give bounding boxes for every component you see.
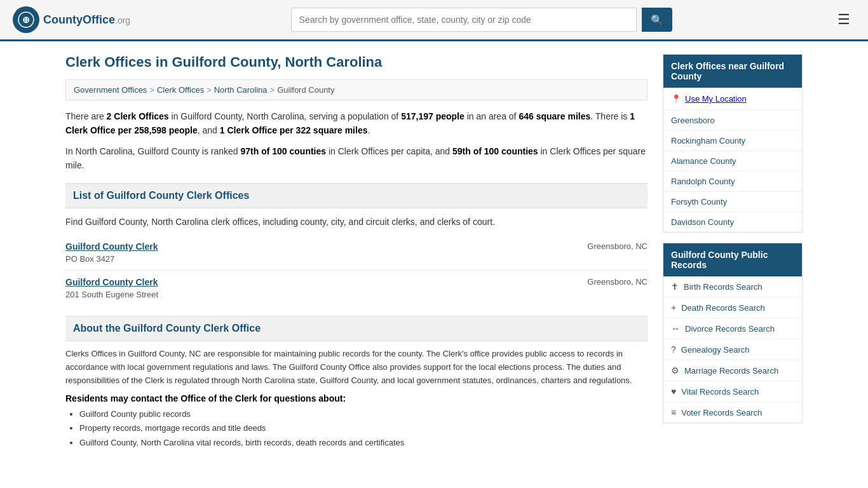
logo-text: CountyOffice.org	[43, 13, 130, 27]
vital-icon: ♥	[671, 386, 676, 396]
clerk-name-2[interactable]: Guilford County Clerk	[65, 277, 158, 287]
use-location-item[interactable]: 📍 Use My Location	[663, 88, 802, 111]
site-header: ⊕ CountyOffice.org 🔍 ☰	[0, 0, 868, 41]
table-row: Guilford County Clerk 201 South Eugene S…	[65, 271, 648, 306]
search-icon: 🔍	[651, 15, 663, 25]
sidebar-item-davidson[interactable]: Davidson County	[663, 212, 802, 232]
breadcrumb-link-nc[interactable]: North Carolina	[214, 85, 268, 95]
logo-area: ⊕ CountyOffice.org	[13, 6, 130, 33]
svg-text:⊕: ⊕	[22, 15, 30, 25]
clerk-info-2: Guilford County Clerk 201 South Eugene S…	[65, 277, 158, 299]
sidebar-item-forsyth[interactable]: Forsyth County	[663, 192, 802, 212]
location-icon: 📍	[671, 94, 681, 104]
birth-icon: ✝	[671, 281, 679, 292]
search-input[interactable]	[291, 8, 637, 32]
marriage-icon: ⚙	[671, 365, 679, 376]
sidebar-item-death[interactable]: + Death Records Search	[663, 297, 802, 318]
sidebar-item-randolph[interactable]: Randolph County	[663, 172, 802, 192]
sidebar-item-genealogy[interactable]: ? Genealogy Search	[663, 339, 802, 360]
nearby-section-title: Clerk Offices near Guilford County	[663, 55, 802, 88]
nearby-section: Clerk Offices near Guilford County 📍 Use…	[663, 54, 803, 233]
sidebar-item-rockingham[interactable]: Rockingham County	[663, 131, 802, 151]
death-icon: +	[671, 302, 676, 313]
list-section-desc: Find Guilford County, North Carolina cle…	[65, 215, 648, 229]
breadcrumb-link-clerk[interactable]: Clerk Offices	[157, 85, 204, 95]
public-records-title: Guilford County Public Records	[663, 243, 802, 276]
birth-records-link[interactable]: Birth Records Search	[684, 282, 763, 292]
list-item: Guilford County, North Carolina vital re…	[79, 436, 648, 450]
clerk-address-2: 201 South Eugene Street	[65, 290, 158, 299]
sidebar-item-alamance[interactable]: Alamance County	[663, 151, 802, 172]
clerk-city-1: Greensboro, NC	[587, 241, 648, 251]
divorce-records-link[interactable]: Divorce Records Search	[685, 324, 775, 334]
voter-records-link[interactable]: Voter Records Search	[681, 408, 762, 417]
breadcrumb-current: Guilford County	[277, 85, 334, 95]
clerk-name-1[interactable]: Guilford County Clerk	[65, 241, 158, 252]
logo-icon: ⊕	[13, 6, 39, 33]
about-bullet-list: Guilford County public records Property …	[65, 407, 648, 449]
vital-records-link[interactable]: Vital Records Search	[681, 387, 759, 396]
divorce-icon: ↔	[671, 323, 680, 334]
search-button[interactable]: 🔍	[642, 8, 672, 32]
breadcrumb-link-gov[interactable]: Government Offices	[74, 85, 147, 95]
clerk-address-1: PO Box 3427	[65, 254, 158, 264]
clerk-list: Guilford County Clerk PO Box 3427 Greens…	[65, 235, 648, 306]
sidebar-item-birth[interactable]: ✝ Birth Records Search	[663, 276, 802, 297]
genealogy-icon: ?	[671, 344, 676, 355]
death-records-link[interactable]: Death Records Search	[681, 303, 765, 313]
sidebar-item-vital[interactable]: ♥ Vital Records Search	[663, 381, 802, 402]
page-title: Clerk Offices in Guilford County, North …	[65, 54, 648, 71]
genealogy-link[interactable]: Genealogy Search	[681, 345, 750, 355]
main-container: Clerk Offices in Guilford County, North …	[53, 41, 815, 463]
clerk-info-1: Guilford County Clerk PO Box 3427	[65, 241, 158, 264]
info-paragraph-2: In North Carolina, Guilford County is ra…	[65, 144, 648, 173]
menu-button[interactable]: ☰	[832, 9, 855, 30]
info-paragraph-1: There are 2 Clerk Offices in Guilford Co…	[65, 109, 648, 138]
sidebar-item-divorce[interactable]: ↔ Divorce Records Search	[663, 318, 802, 339]
about-paragraph: Clerks Offices in Guilford County, NC ar…	[65, 348, 648, 387]
list-section-header: List of Guilford County Clerk Offices	[65, 183, 648, 208]
table-row: Guilford County Clerk PO Box 3427 Greens…	[65, 235, 648, 271]
sidebar: Clerk Offices near Guilford County 📍 Use…	[663, 54, 803, 450]
search-area: 🔍	[291, 8, 672, 32]
breadcrumb: Government Offices > Clerk Offices > Nor…	[65, 79, 648, 100]
use-location-link[interactable]: Use My Location	[685, 94, 747, 104]
voter-icon: ≡	[671, 407, 676, 417]
sidebar-item-greensboro[interactable]: Greensboro	[663, 111, 802, 131]
content-area: Clerk Offices in Guilford County, North …	[65, 54, 648, 450]
sidebar-item-marriage[interactable]: ⚙ Marriage Records Search	[663, 360, 802, 381]
sidebar-item-voter[interactable]: ≡ Voter Records Search	[663, 402, 802, 423]
marriage-records-link[interactable]: Marriage Records Search	[684, 366, 778, 376]
list-item: Guilford County public records	[79, 407, 648, 421]
list-item: Property records, mortgage records and t…	[79, 421, 648, 435]
about-subtitle: Residents may contact the Office of the …	[65, 393, 648, 403]
clerk-city-2: Greensboro, NC	[587, 277, 648, 287]
about-section-header: About the Guilford County Clerk Office	[65, 316, 648, 341]
hamburger-icon: ☰	[837, 11, 850, 27]
public-records-section: Guilford County Public Records ✝ Birth R…	[663, 243, 803, 423]
